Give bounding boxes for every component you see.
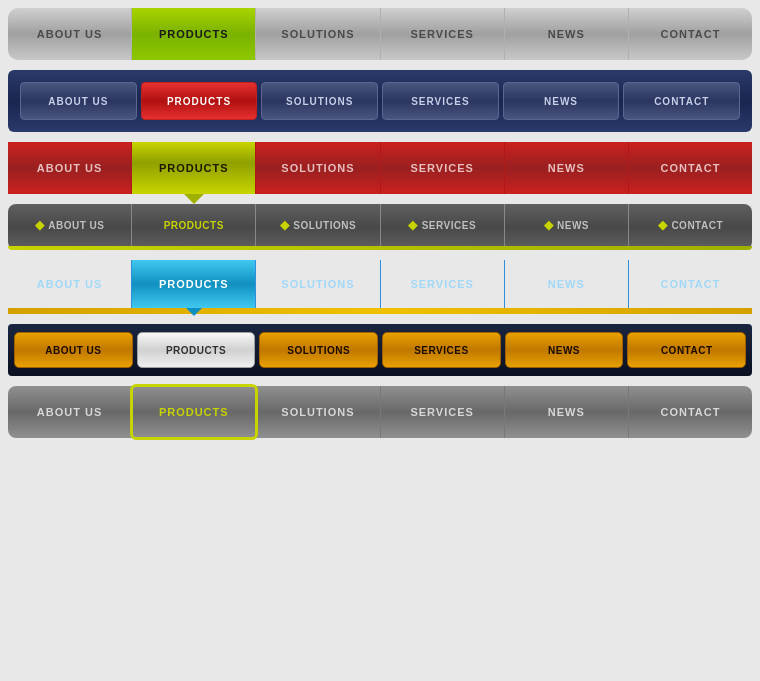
nav4-solutions-arrow: ◆ (280, 218, 290, 232)
nav4-services[interactable]: ◆SERVICES (381, 204, 505, 246)
nav4-news-arrow: ◆ (544, 218, 554, 232)
navbar-7: ABOUT US PRODUCTS SOLUTIONS SERVICES NEW… (8, 386, 752, 438)
navbar-2: ABOUT US PRODUCTS SOLUTIONS SERVICES NEW… (18, 82, 742, 120)
navbar-4: ◆ABOUT US PRODUCTS ◆SOLUTIONS ◆SERVICES … (8, 204, 752, 246)
nav6-about[interactable]: ABOUT US (14, 332, 133, 368)
nav2-contact[interactable]: CONTACT (623, 82, 740, 120)
nav5-products[interactable]: PRODUCTS (132, 260, 256, 308)
nav1-services[interactable]: SERVICES (381, 8, 505, 60)
nav4-services-arrow: ◆ (408, 218, 418, 232)
nav2-news[interactable]: NEWS (503, 82, 620, 120)
nav2-solutions[interactable]: SOLUTIONS (261, 82, 378, 120)
nav2-products[interactable]: PRODUCTS (141, 82, 258, 120)
nav7-solutions[interactable]: SOLUTIONS (256, 386, 380, 438)
nav2-services[interactable]: SERVICES (382, 82, 499, 120)
nav5-solutions[interactable]: SOLUTIONS (256, 260, 380, 308)
nav1-products[interactable]: PRODUCTS (132, 8, 256, 60)
nav5-services[interactable]: SERVICES (381, 260, 505, 308)
nav5-about[interactable]: ABOUT US (8, 260, 132, 308)
nav4-solutions[interactable]: ◆SOLUTIONS (256, 204, 380, 246)
nav1-about[interactable]: ABOUT US (8, 8, 132, 60)
nav7-about[interactable]: ABOUT US (8, 386, 132, 438)
nav3-services[interactable]: SERVICES (381, 142, 505, 194)
nav2-about[interactable]: ABOUT US (20, 82, 137, 120)
nav6-solutions[interactable]: SOLUTIONS (259, 332, 378, 368)
nav1-contact[interactable]: CONTACT (629, 8, 752, 60)
nav3-products[interactable]: PRODUCTS (132, 142, 256, 194)
nav7-products[interactable]: PRODUCTS (132, 386, 256, 438)
navbar-1: ABOUT US PRODUCTS SOLUTIONS SERVICES NEW… (8, 8, 752, 60)
nav4-about[interactable]: ◆ABOUT US (8, 204, 132, 246)
nav3-contact[interactable]: CONTACT (629, 142, 752, 194)
nav5-bottom-bar (8, 308, 752, 314)
nav1-solutions[interactable]: SOLUTIONS (256, 8, 380, 60)
nav6-news[interactable]: NEWS (505, 332, 624, 368)
nav6-products[interactable]: PRODUCTS (137, 332, 256, 368)
nav3-about[interactable]: ABOUT US (8, 142, 132, 194)
nav4-products[interactable]: PRODUCTS (132, 204, 256, 246)
nav6-services[interactable]: SERVICES (382, 332, 501, 368)
nav6-contact[interactable]: CONTACT (627, 332, 746, 368)
nav4-news[interactable]: ◆NEWS (505, 204, 629, 246)
nav3-solutions[interactable]: SOLUTIONS (256, 142, 380, 194)
navbar-3: ABOUT US PRODUCTS SOLUTIONS SERVICES NEW… (8, 142, 752, 194)
navbar-6-wrapper: ABOUT US PRODUCTS SOLUTIONS SERVICES NEW… (8, 324, 752, 376)
navbar-5-wrapper: ABOUT US PRODUCTS SOLUTIONS SERVICES NEW… (8, 260, 752, 314)
nav4-contact-arrow: ◆ (658, 218, 668, 232)
nav1-news[interactable]: NEWS (505, 8, 629, 60)
nav5-contact[interactable]: CONTACT (629, 260, 752, 308)
nav4-underline (8, 246, 752, 250)
nav4-contact[interactable]: ◆CONTACT (629, 204, 752, 246)
navbar-4-wrapper: ◆ABOUT US PRODUCTS ◆SOLUTIONS ◆SERVICES … (8, 204, 752, 250)
nav3-news[interactable]: NEWS (505, 142, 629, 194)
nav7-news[interactable]: NEWS (505, 386, 629, 438)
nav7-services[interactable]: SERVICES (381, 386, 505, 438)
nav5-news[interactable]: NEWS (505, 260, 629, 308)
navbar-5: ABOUT US PRODUCTS SOLUTIONS SERVICES NEW… (8, 260, 752, 308)
navbar-2-wrapper: ABOUT US PRODUCTS SOLUTIONS SERVICES NEW… (8, 70, 752, 132)
nav4-about-arrow: ◆ (35, 218, 45, 232)
nav7-contact[interactable]: CONTACT (629, 386, 752, 438)
